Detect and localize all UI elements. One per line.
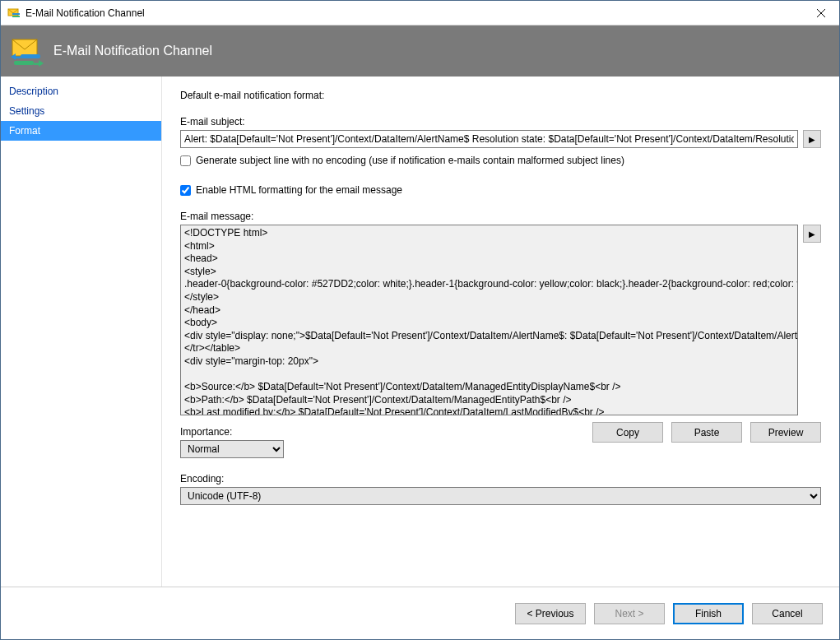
banner: E-Mail Notification Channel <box>1 26 839 77</box>
svg-rect-6 <box>21 54 40 58</box>
app-icon <box>7 7 21 20</box>
sidebar-item-format[interactable]: Format <box>1 121 161 141</box>
svg-rect-2 <box>12 16 20 17</box>
encoding-select[interactable]: Unicode (UTF-8) <box>180 487 821 505</box>
content-pane: Default e-mail notification format: E-ma… <box>162 77 839 587</box>
svg-marker-9 <box>34 60 44 67</box>
svg-rect-1 <box>12 13 20 15</box>
title-bar: E-Mail Notification Channel <box>1 1 839 26</box>
sidebar: Description Settings Format <box>1 77 162 587</box>
window-title: E-Mail Notification Channel <box>26 7 145 19</box>
mail-icon <box>11 35 44 67</box>
message-textarea[interactable] <box>180 225 798 415</box>
message-label: E-mail message: <box>180 211 821 222</box>
arrow-right-icon: ▶ <box>809 230 815 239</box>
subject-variable-button[interactable]: ▶ <box>803 130 821 148</box>
sidebar-item-settings[interactable]: Settings <box>1 101 161 121</box>
subject-input[interactable] <box>180 130 798 148</box>
next-button: Next > <box>594 603 665 624</box>
cancel-button[interactable]: Cancel <box>752 603 823 624</box>
wizard-footer: < Previous Next > Finish Cancel <box>1 587 839 639</box>
close-button[interactable] <box>802 1 839 26</box>
banner-title: E-Mail Notification Channel <box>53 44 212 58</box>
main-area: Description Settings Format Default e-ma… <box>1 77 839 587</box>
enable-html-checkbox[interactable] <box>180 185 191 196</box>
message-variable-button[interactable]: ▶ <box>803 225 821 243</box>
importance-select[interactable]: Normal <box>180 440 284 458</box>
generate-subject-checkbox[interactable] <box>180 155 191 166</box>
subject-label: E-mail subject: <box>180 116 821 128</box>
intro-label: Default e-mail notification format: <box>180 90 821 101</box>
enable-html-label: Enable HTML formatting for the email mes… <box>196 184 402 196</box>
enable-html-row[interactable]: Enable HTML formatting for the email mes… <box>180 184 821 196</box>
svg-rect-8 <box>14 61 34 65</box>
sidebar-item-description[interactable]: Description <box>1 81 161 101</box>
previous-button[interactable]: < Previous <box>515 603 586 624</box>
generate-subject-row[interactable]: Generate subject line with no encoding (… <box>180 155 821 166</box>
paste-button[interactable]: Paste <box>671 422 742 443</box>
encoding-label: Encoding: <box>180 473 821 485</box>
preview-button[interactable]: Preview <box>750 422 821 443</box>
generate-subject-label: Generate subject line with no encoding (… <box>196 155 624 166</box>
finish-button[interactable]: Finish <box>673 603 744 624</box>
copy-button[interactable]: Copy <box>592 422 663 443</box>
arrow-right-icon: ▶ <box>809 135 815 144</box>
